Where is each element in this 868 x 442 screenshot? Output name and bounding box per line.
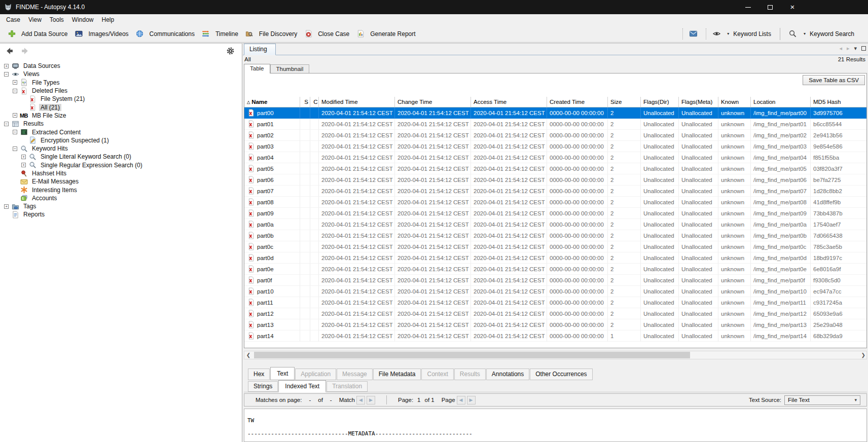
tree-item-deleted-files[interactable]: −Deleted Files [0,87,242,95]
save-csv-button[interactable]: Save Table as CSV [803,75,865,85]
tree-item-hashset-hits[interactable]: Hashset Hits [0,169,242,177]
tree-item-accounts[interactable]: Accounts [0,194,242,202]
previous-page-button[interactable]: ◀ [457,396,465,404]
expand-icon[interactable]: + [4,64,9,68]
column-header-flags-dir[interactable]: Flags(Dir) [641,97,679,107]
viewtab-table[interactable]: Table [244,64,270,73]
generate-report-button[interactable]: Generate Report [353,28,419,40]
menu-help[interactable]: Help [98,15,119,24]
next-match-button[interactable]: ▶ [367,396,375,404]
tree-item-single-regular-expression-search-0[interactable]: +Single Regular Expression Search (0) [0,161,242,169]
tree-item-file-system-21[interactable]: File System (21) [0,95,242,103]
subtab-indexed-text[interactable]: Indexed Text [278,380,326,392]
table-row-part10[interactable]: part102020-04-01 21:54:12 CEST2020-04-01… [244,286,866,297]
tab-hex[interactable]: Hex [248,369,270,380]
tab-other-occurrences[interactable]: Other Occurrences [530,369,592,380]
table-row-part0b[interactable]: part0b2020-04-01 21:54:12 CEST2020-04-01… [244,230,866,241]
indexed-text-viewer[interactable]: TW ------------------------------METADAT… [244,409,867,442]
timeline-button[interactable]: Timeline [198,28,242,40]
forward-arrow-icon[interactable] [21,47,29,57]
keyword-search-button[interactable]: ▾Keyword Search [785,28,858,40]
table-row-part02[interactable]: part022020-04-01 21:54:12 CEST2020-04-01… [244,130,866,141]
add-data-source-button[interactable]: Add Data Source [4,28,71,40]
tree-item-data-sources[interactable]: +Data Sources [0,62,242,70]
table-row-part0c[interactable]: part0c2020-04-01 21:54:12 CEST2020-04-01… [244,241,866,252]
column-header-flags-meta[interactable]: Flags(Meta) [679,97,718,107]
table-row-part01[interactable]: part012020-04-01 21:54:12 CEST2020-04-01… [244,119,866,130]
column-header-name[interactable]: △Name [244,97,300,107]
tree-item-encryption-suspected-1[interactable]: Encryption Suspected (1) [0,136,242,144]
scrollbar-right-arrow-icon[interactable]: ❯ [861,352,865,358]
tree-item-file-types[interactable]: +File Types [0,79,242,87]
column-header-c[interactable]: C [310,97,319,107]
table-row-part11[interactable]: part112020-04-01 21:54:12 CEST2020-04-01… [244,297,866,308]
table-row-part12[interactable]: part122020-04-01 21:54:12 CEST2020-04-01… [244,308,866,319]
column-header-known[interactable]: Known [718,97,751,107]
maximize-button[interactable] [767,4,774,11]
tree-item-views[interactable]: −Views [0,70,242,78]
table-row-part09[interactable]: part092020-04-01 21:54:12 CEST2020-04-01… [244,208,866,219]
expand-icon[interactable]: + [13,113,17,118]
tree-item-single-literal-keyword-search-0[interactable]: +Single Literal Keyword Search (0) [0,153,242,161]
tree-item-interesting-items[interactable]: Interesting Items [0,186,242,194]
column-header-access-time[interactable]: Access Time [471,97,547,107]
tree-item-e-mail-messages[interactable]: E-Mail Messages [0,177,242,186]
back-arrow-icon[interactable] [5,47,14,57]
tab-listing[interactable]: Listing [244,44,276,55]
close-button[interactable]: × [789,4,796,11]
table-row-part14[interactable]: part142020-04-01 21:54:12 CEST2020-04-01… [244,330,866,342]
tree-item-keyword-hits[interactable]: −Keyword Hits [0,144,242,153]
table-row-part04[interactable]: part042020-04-01 21:54:12 CEST2020-04-01… [244,152,866,163]
tree-item-extracted-content[interactable]: −Extracted Content [0,128,242,136]
column-header-md5-hash[interactable]: MD5 Hash [811,97,868,107]
scrollbar-left-arrow-icon[interactable]: ❮ [244,352,252,358]
table-row-part13[interactable]: part132020-04-01 21:54:12 CEST2020-04-01… [244,319,866,330]
expand-icon[interactable]: + [21,155,26,159]
column-header-modified-time[interactable]: Modified Time [319,97,395,107]
viewtab-thumbnail[interactable]: Thumbnail [270,64,310,73]
table-row-part00[interactable]: part002020-04-01 21:54:12 CEST2020-04-01… [244,107,866,119]
minimize-button[interactable] [744,4,751,11]
menu-tools[interactable]: Tools [46,15,68,24]
table-row-part0a[interactable]: part0a2020-04-01 21:54:12 CEST2020-04-01… [244,219,866,230]
table-row-part08[interactable]: part082020-04-01 21:54:12 CEST2020-04-01… [244,197,866,208]
horizontal-scrollbar[interactable]: ❮ ❯ [244,351,867,359]
scroll-right-icon[interactable]: ▸ [847,45,850,52]
expand-icon[interactable]: + [13,80,17,85]
previous-match-button[interactable]: ◀ [356,396,365,404]
table-row-part0f[interactable]: part0f2020-04-01 21:54:12 CEST2020-04-01… [244,275,866,286]
tree-item-all-21[interactable]: All (21) [0,103,242,111]
subtab-strings[interactable]: Strings [248,381,278,392]
expand-icon[interactable]: + [21,163,26,167]
scroll-left-icon[interactable]: ◂ [839,45,842,52]
images-videos-button[interactable]: Images/Videos [71,28,132,40]
tab-annotations[interactable]: Annotations [486,369,529,380]
table-row-part05[interactable]: part052020-04-01 21:54:12 CEST2020-04-01… [244,163,866,174]
communications-button[interactable]: Communications [132,28,198,40]
column-header-size[interactable]: Size [608,97,641,107]
collapse-icon[interactable]: − [13,146,17,151]
table-row-part03[interactable]: part032020-04-01 21:54:12 CEST2020-04-01… [244,141,866,152]
collapse-icon[interactable]: − [4,72,9,77]
menu-window[interactable]: Window [68,15,98,24]
next-page-button[interactable]: ▶ [467,396,476,404]
tab-list-dropdown-icon[interactable]: ▾ [854,45,857,52]
column-header-created-time[interactable]: Created Time [547,97,608,107]
collapse-icon[interactable]: − [13,89,17,93]
text-source-select[interactable]: File Text ▾ [784,395,860,405]
tree-item-results[interactable]: −Results [0,120,242,128]
table-row-part0e[interactable]: part0e2020-04-01 21:54:12 CEST2020-04-01… [244,264,866,275]
column-header-location[interactable]: Location [751,97,811,107]
file-discovery-button[interactable]: File Discovery [242,28,301,40]
expand-icon[interactable]: + [4,204,9,209]
collapse-icon[interactable]: − [4,122,9,126]
email-button[interactable] [685,28,703,40]
tree-item-tags[interactable]: +Tags [0,202,242,210]
tab-file-metadata[interactable]: File Metadata [373,369,421,380]
column-header-s[interactable]: S [300,97,310,107]
tab-text[interactable]: Text [270,367,295,380]
close-case-button[interactable]: Close Case [301,28,353,40]
gear-icon[interactable] [226,47,235,57]
table-row-part07[interactable]: part072020-04-01 21:54:12 CEST2020-04-01… [244,186,866,197]
tree-item-reports[interactable]: Reports [0,210,242,218]
